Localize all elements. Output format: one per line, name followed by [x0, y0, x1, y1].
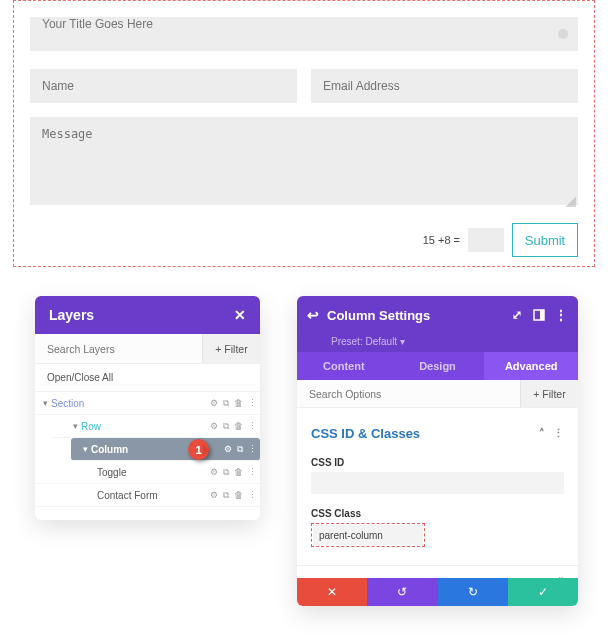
- trash-icon[interactable]: 🗑: [234, 421, 243, 431]
- close-icon[interactable]: ✕: [234, 307, 246, 323]
- tree-item-section[interactable]: ▾ Section ⚙ ⧉ 🗑 ⋮: [35, 392, 260, 415]
- chevron-down-icon[interactable]: ▾: [69, 421, 81, 431]
- kebab-icon[interactable]: ⋮: [554, 308, 568, 322]
- tree-item-actions: ⚙ ⧉ 🗑 ⋮: [210, 484, 257, 506]
- tree-item-actions: ⚙ ⧉ 🗑 ⋮: [210, 392, 257, 414]
- tree-item-column[interactable]: ▾ Column ⚙ ⧉ ⋮: [71, 438, 260, 461]
- trash-icon[interactable]: 🗑: [234, 467, 243, 477]
- tab-design[interactable]: Design: [391, 352, 485, 380]
- undo-button[interactable]: ↺: [367, 578, 437, 606]
- tree-item-actions: ⚙ ⧉ 🗑 ⋮: [210, 461, 257, 483]
- layers-panel: Layers ✕ + Filter Open/Close All ▾ Secti…: [35, 296, 260, 520]
- layers-panel-header: Layers ✕: [35, 296, 260, 334]
- gear-icon[interactable]: ⚙: [210, 398, 218, 408]
- layers-title: Layers: [49, 307, 94, 323]
- trash-icon[interactable]: 🗑: [234, 398, 243, 408]
- tree-item-toggle[interactable]: Toggle ⚙ ⧉ 🗑 ⋮: [35, 461, 260, 484]
- accordion-title: CSS ID & Classes: [311, 426, 420, 441]
- chevron-up-icon[interactable]: ˄: [539, 427, 545, 440]
- marker-number: 1: [195, 444, 201, 456]
- message-field[interactable]: [30, 117, 578, 205]
- expand-icon[interactable]: ⤢: [510, 308, 524, 322]
- submit-button[interactable]: Submit: [512, 223, 578, 257]
- save-button[interactable]: ✓: [508, 578, 578, 606]
- css-class-input[interactable]: [313, 525, 423, 545]
- chevron-down-icon: ▾: [397, 336, 405, 347]
- kebab-icon[interactable]: ⋮: [248, 444, 257, 454]
- preset-row[interactable]: Preset: Default ▾: [297, 334, 578, 352]
- tree-item-actions: ⚙ ⧉ ⋮: [224, 438, 257, 460]
- css-id-label: CSS ID: [311, 457, 564, 468]
- title-field[interactable]: Your Title Goes Here: [30, 17, 578, 51]
- kebab-icon[interactable]: ⋮: [248, 490, 257, 500]
- gear-icon[interactable]: ⚙: [224, 444, 232, 454]
- gear-icon[interactable]: ⚙: [210, 490, 218, 500]
- tree-item-row[interactable]: ▾ Row ⚙ ⧉ 🗑 ⋮: [51, 415, 260, 438]
- layers-search-input[interactable]: [35, 334, 202, 363]
- tab-content[interactable]: Content: [297, 352, 391, 380]
- title-placeholder: Your Title Goes Here: [42, 17, 153, 31]
- kebab-icon[interactable]: ⋮: [248, 467, 257, 477]
- captcha-label: 15 +8 =: [423, 234, 460, 246]
- duplicate-icon[interactable]: ⧉: [237, 444, 243, 455]
- kebab-icon[interactable]: ⋮: [248, 421, 257, 431]
- css-class-label: CSS Class: [311, 508, 564, 519]
- cancel-button[interactable]: ✕: [297, 578, 367, 606]
- gear-icon[interactable]: ⚙: [210, 421, 218, 431]
- chevron-down-icon[interactable]: ▾: [79, 444, 91, 454]
- preset-label: Preset: Default: [331, 336, 397, 347]
- accordion-css-id-classes[interactable]: CSS ID & Classes ˄ ⋮: [311, 418, 564, 451]
- layers-tree: ▾ Section ⚙ ⧉ 🗑 ⋮ ▾ Row ⚙ ⧉ 🗑 ⋮ ▾ Column: [35, 392, 260, 507]
- layers-filter-button[interactable]: + Filter: [202, 334, 260, 363]
- settings-body: CSS ID & Classes ˄ ⋮ CSS ID CSS Class: [297, 408, 578, 547]
- tab-advanced[interactable]: Advanced: [484, 352, 578, 380]
- column-settings-panel: ↩ Column Settings ⤢ ⋮ Preset: Default ▾ …: [297, 296, 578, 606]
- duplicate-icon[interactable]: ⧉: [223, 421, 229, 432]
- redo-button[interactable]: ↻: [438, 578, 508, 606]
- settings-filter-button[interactable]: + Filter: [520, 380, 578, 407]
- trash-icon[interactable]: 🗑: [234, 490, 243, 500]
- svg-rect-1: [540, 310, 544, 320]
- tree-item-contact-form[interactable]: Contact Form ⚙ ⧉ 🗑 ⋮: [35, 484, 260, 507]
- back-arrow-icon[interactable]: ↩: [307, 307, 319, 323]
- name-field[interactable]: [30, 69, 297, 103]
- kebab-icon[interactable]: ⋮: [553, 427, 564, 440]
- dock-icon[interactable]: [532, 308, 546, 322]
- duplicate-icon[interactable]: ⧉: [223, 490, 229, 501]
- kebab-icon[interactable]: ⋮: [248, 398, 257, 408]
- open-close-all[interactable]: Open/Close All: [35, 364, 260, 392]
- css-class-highlight: [311, 523, 425, 547]
- chevron-down-icon[interactable]: ▾: [39, 398, 51, 408]
- settings-search-input[interactable]: [297, 380, 520, 407]
- settings-panel-header: ↩ Column Settings ⤢ ⋮: [297, 296, 578, 334]
- contact-form-row: Your Title Goes Here 15 +8 = Submit: [13, 0, 595, 267]
- callout-marker: 1: [188, 439, 209, 460]
- email-field[interactable]: [311, 69, 578, 103]
- duplicate-icon[interactable]: ⧉: [223, 467, 229, 478]
- resize-handle-icon[interactable]: [566, 197, 576, 207]
- settings-title: Column Settings: [327, 308, 502, 323]
- duplicate-icon[interactable]: ⧉: [223, 398, 229, 409]
- clear-icon[interactable]: [558, 29, 568, 39]
- settings-tabs: Content Design Advanced: [297, 352, 578, 380]
- gear-icon[interactable]: ⚙: [210, 467, 218, 477]
- css-id-input[interactable]: [311, 472, 564, 494]
- tree-item-actions: ⚙ ⧉ 🗑 ⋮: [210, 415, 257, 437]
- settings-action-bar: ✕ ↺ ↻ ✓: [297, 578, 578, 606]
- captcha-input[interactable]: [468, 228, 504, 252]
